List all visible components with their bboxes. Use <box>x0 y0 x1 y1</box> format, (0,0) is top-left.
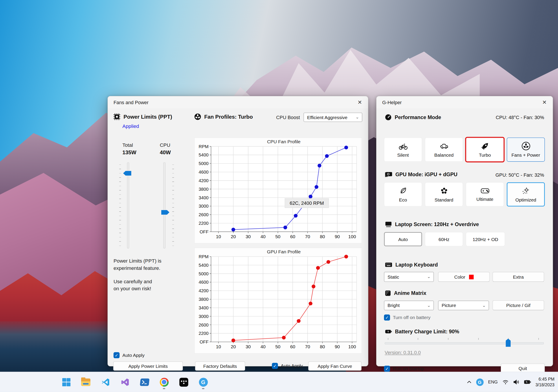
gpu-standard-button[interactable]: Standard <box>425 182 463 207</box>
gpu-optimized-button[interactable]: Optimized <box>507 182 545 207</box>
language-indicator[interactable]: ENG <box>488 379 498 384</box>
file-explorer-button[interactable] <box>78 374 93 390</box>
auto-apply-power-checkbox[interactable]: ✓ Auto Apply <box>113 352 145 358</box>
screen-auto-button[interactable]: Auto <box>384 232 422 246</box>
anime-matrix-header: Anime Matrix <box>385 290 427 296</box>
gpu-temp-status: GPU: 50°C - Fan: 32% <box>496 172 544 177</box>
cpu-power-slider[interactable] <box>158 162 171 252</box>
running-indicator <box>202 388 204 389</box>
svg-text:GPU Fan Profile: GPU Fan Profile <box>267 249 301 254</box>
slider-ticks <box>119 165 121 246</box>
apply-power-limits-button[interactable]: Apply Power Limits <box>113 361 183 371</box>
keyboard-color-label: Color <box>454 274 465 280</box>
chevron-down-icon: ⌄ <box>482 303 486 307</box>
optimized-gear-icon <box>521 186 531 195</box>
battery-charge-limit-title: Battery Charge Limit: 90% <box>395 329 459 334</box>
total-power-slider[interactable] <box>122 162 134 252</box>
fans-window-titlebar[interactable]: Fans and Power ✕ <box>108 96 368 108</box>
mode-balanced-button[interactable]: Balanced <box>425 138 463 162</box>
g-helper-button[interactable]: G <box>196 374 210 390</box>
keyboard-color-button[interactable]: Color <box>438 272 490 282</box>
vscode-icon <box>101 377 110 386</box>
start-button[interactable] <box>59 374 73 390</box>
gauge-icon <box>385 114 392 120</box>
svg-text:5400: 5400 <box>199 152 209 157</box>
cpu-power-slider-thumb[interactable] <box>161 210 169 215</box>
rocket-icon <box>480 142 489 151</box>
applied-link[interactable]: Applied <box>122 123 139 129</box>
svg-text:4200: 4200 <box>199 288 209 293</box>
flower-icon <box>439 186 449 195</box>
mode-silent-button[interactable]: Silent <box>384 138 422 162</box>
mode-label: Standard <box>435 197 453 203</box>
close-icon[interactable]: ✕ <box>352 96 368 108</box>
quit-button[interactable]: Quit <box>501 364 545 373</box>
factory-defaults-button[interactable]: Factory Defaults <box>195 361 245 371</box>
checkbox-check-icon[interactable]: ✓ <box>272 363 278 369</box>
svg-text:3800: 3800 <box>199 187 209 192</box>
date-display: 3/18/2023 <box>535 382 554 388</box>
tray-chevron-up-icon[interactable] <box>467 381 471 384</box>
g-helper-tray-icon[interactable]: G <box>476 378 483 386</box>
slider-track[interactable] <box>163 162 166 248</box>
chevron-down-icon: ⌄ <box>356 115 359 119</box>
battery-charging-icon[interactable] <box>524 380 531 384</box>
mode-fans-power-button[interactable]: Fans + Power <box>507 138 545 162</box>
powershell-button[interactable] <box>137 374 152 390</box>
gpu-card-icon <box>385 172 392 177</box>
ghelper-window-titlebar[interactable]: G-Helper ✕ <box>376 96 553 108</box>
monitor-icon <box>385 222 392 227</box>
chevron-down-icon: ⌄ <box>427 303 431 307</box>
checkbox-check-icon[interactable]: ✓ <box>384 366 390 372</box>
fan-profiles-header: Fan Profiles: Turbo <box>194 113 253 120</box>
fan-icon <box>194 113 201 120</box>
keyboard-extra-button[interactable]: Extra <box>492 272 544 282</box>
svg-text:3000: 3000 <box>199 314 209 319</box>
run-on-startup-checkbox[interactable]: ✓ Run on Startup <box>384 366 424 372</box>
cpu-boost-select[interactable]: Efficient Aggressive ⌄ <box>304 113 362 122</box>
g-helper-window: G-Helper ✕ Performance Mode CPU: 48°C - … <box>376 96 553 367</box>
checkbox-check-icon[interactable]: ✓ <box>113 352 120 358</box>
svg-text:2200: 2200 <box>199 331 209 336</box>
anime-picture-gif-button[interactable]: Picture / Gif <box>492 300 544 310</box>
keyboard-mode-select[interactable]: Static ⌄ <box>384 272 434 282</box>
mode-turbo-button[interactable]: Turbo <box>465 137 505 162</box>
wifi-icon[interactable] <box>502 380 508 384</box>
anime-mode-select[interactable]: Picture ⌄ <box>438 300 489 310</box>
anime-brightness-select[interactable]: Bright ⌄ <box>384 300 434 310</box>
taskbar: G G ENG <box>0 372 558 392</box>
cpu-boost-label: CPU Boost <box>276 115 300 120</box>
turn-off-on-battery-label: Turn off on battery <box>393 315 431 320</box>
close-icon[interactable]: ✕ <box>536 96 552 108</box>
volume-icon[interactable] <box>513 379 519 384</box>
svg-text:RPM: RPM <box>199 254 209 259</box>
laptop-screen-title: Laptop Screen: 120Hz + Overdrive <box>395 222 479 227</box>
turn-off-on-battery-checkbox[interactable]: ✓ Turn off on battery <box>384 314 430 320</box>
chrome-button[interactable] <box>157 374 171 390</box>
powershell-icon <box>140 378 149 386</box>
cpu-fan-chart[interactable]: OFF220026003000340038004200460050005400R… <box>195 138 362 243</box>
screen-120hz-od-button[interactable]: 120Hz + OD <box>466 232 505 246</box>
battery-slider-thumb[interactable] <box>506 339 511 347</box>
checkbox-check-icon[interactable]: ✓ <box>384 314 390 320</box>
cpu-boost-value: Efficient Aggressive <box>307 115 348 120</box>
apply-fan-curve-button[interactable]: Apply Fan Curve <box>308 361 362 371</box>
gpu-fan-chart[interactable]: OFF220026003000340038004200460050005400R… <box>195 248 362 353</box>
total-power-slider-thumb[interactable] <box>123 171 131 175</box>
tidal-button[interactable] <box>176 374 191 390</box>
fan-icon <box>521 142 531 151</box>
vscode-button[interactable] <box>98 374 113 390</box>
auto-apply-fan-checkbox[interactable]: ✓ Auto Apply <box>272 363 303 369</box>
battery-slider-track[interactable] <box>385 342 544 344</box>
gpu-ultimate-button[interactable]: Ultimate <box>466 182 504 207</box>
svg-text:5400: 5400 <box>199 263 209 268</box>
gpu-eco-button[interactable]: Eco <box>384 182 422 207</box>
gpu-mode-header: GPU Mode: iGPU + dGPU <box>385 172 457 177</box>
screen-option-label: 60Hz <box>438 236 449 242</box>
version-link[interactable]: Version: 0.31.0.0 <box>385 350 421 355</box>
screen-60hz-button[interactable]: 60Hz <box>425 232 463 246</box>
cpu-fan-chart-panel: OFF220026003000340038004200460050005400R… <box>194 138 362 243</box>
bicycle-icon <box>399 142 408 151</box>
visual-studio-button[interactable] <box>118 374 132 390</box>
clock[interactable]: 6:45 PM 3/18/2023 <box>535 376 554 388</box>
